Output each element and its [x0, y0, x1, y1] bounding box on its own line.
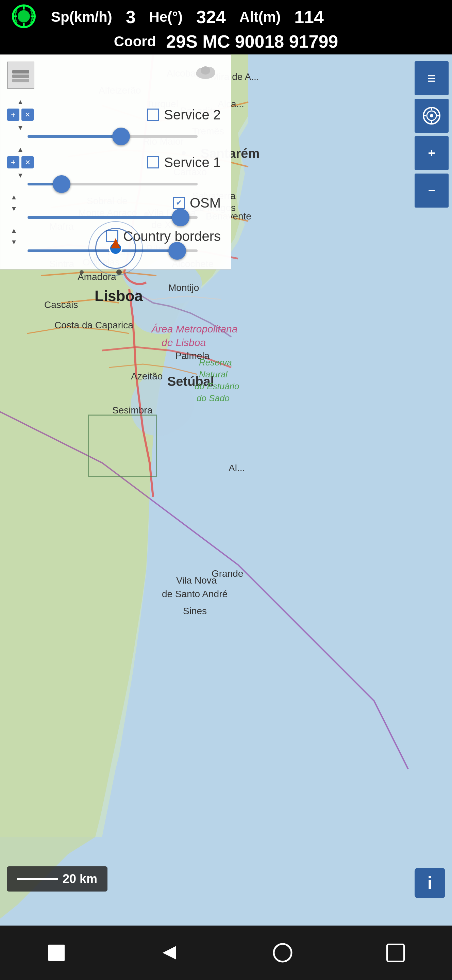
gps-icon: [10, 3, 37, 31]
service1-row: ▲ + ✕ ▼ Service 1: [7, 145, 221, 180]
svg-marker-27: [163, 946, 176, 959]
service1-label: Service 1: [164, 155, 221, 170]
country-borders-up-arrow[interactable]: ▲: [7, 226, 21, 235]
svg-point-19: [201, 66, 210, 75]
scale-label: 20 km: [63, 872, 97, 886]
menu-button[interactable]: ≡: [415, 61, 449, 95]
svg-point-10: [79, 270, 84, 274]
svg-point-1: [18, 10, 30, 22]
status-bar: Sp(km/h) 3 He(°) 324 Alt(m) 114 Coord 29…: [0, 0, 452, 54]
speed-label: Sp(km/h): [51, 9, 112, 25]
nav-bar: [0, 926, 452, 980]
osm-down-arrow[interactable]: ▼: [7, 204, 21, 213]
coord-label: Coord: [114, 33, 156, 50]
heading-label: He(°): [149, 9, 182, 25]
svg-point-22: [430, 114, 433, 118]
recents-button[interactable]: [382, 939, 409, 966]
service2-checkbox[interactable]: [147, 108, 159, 121]
country-borders-down-arrow[interactable]: ▼: [7, 237, 21, 247]
osm-label: OSM: [190, 195, 221, 211]
info-button[interactable]: i: [415, 868, 445, 898]
cloud-icon: [193, 62, 217, 82]
service2-slider[interactable]: [27, 135, 198, 138]
osm-up-arrow[interactable]: ▲: [7, 192, 21, 202]
svg-rect-15: [12, 79, 29, 82]
right-buttons: ≡ + −: [415, 61, 449, 208]
speed-value: 3: [126, 7, 136, 27]
service1-slider-row: [7, 183, 221, 185]
service2-slider-row: [7, 135, 221, 138]
osm-slider[interactable]: [27, 216, 198, 219]
alt-value: 114: [294, 7, 324, 27]
svg-rect-14: [12, 75, 29, 78]
service1-add-button[interactable]: +: [7, 156, 19, 169]
scale-bar: 20 km: [7, 866, 108, 891]
service2-add-button[interactable]: +: [7, 108, 19, 121]
coord-value: 29S MC 90018 91799: [166, 31, 338, 52]
target-button[interactable]: [415, 99, 449, 133]
zoom-out-button[interactable]: −: [415, 173, 449, 208]
service2-down-arrow[interactable]: ▼: [14, 123, 27, 132]
osm-slider-row: [7, 216, 221, 219]
home-button[interactable]: [269, 939, 296, 966]
map-area[interactable]: Alcobaça Mira de A... Alfeizerão Turquel…: [0, 54, 452, 932]
service1-remove-button[interactable]: ✕: [21, 156, 34, 169]
svg-point-28: [274, 944, 292, 962]
back-button[interactable]: [156, 939, 183, 966]
service1-slider[interactable]: [27, 183, 198, 185]
osm-checkbox[interactable]: [173, 197, 185, 209]
heading-value: 324: [196, 7, 226, 27]
svg-rect-13: [12, 70, 29, 73]
service1-checkbox[interactable]: [147, 156, 159, 169]
service2-row: ▲ + ✕ ▼ Service 2: [7, 97, 221, 132]
alt-label: Alt(m): [239, 9, 281, 25]
service2-label: Service 2: [164, 107, 221, 123]
service1-down-arrow[interactable]: ▼: [14, 170, 27, 180]
scale-line: [17, 878, 58, 880]
osm-row: ▲ ▼ OSM: [7, 192, 221, 213]
layers-icon[interactable]: [7, 62, 34, 89]
stop-button[interactable]: [43, 939, 70, 966]
service1-up-arrow[interactable]: ▲: [14, 145, 27, 154]
service2-up-arrow[interactable]: ▲: [14, 97, 27, 107]
service2-remove-button[interactable]: ✕: [21, 108, 34, 121]
zoom-in-button[interactable]: +: [415, 136, 449, 170]
